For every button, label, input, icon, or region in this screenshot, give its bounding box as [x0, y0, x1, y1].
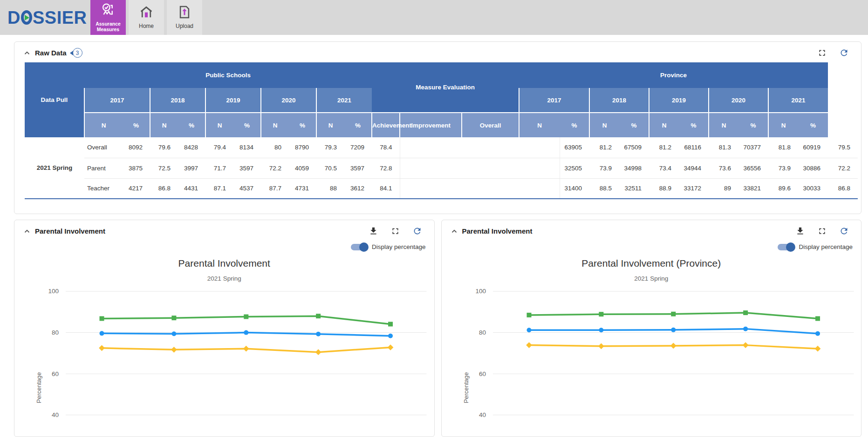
subcol-header-n: N [316, 113, 344, 137]
cell-public_schools-7: 79.3 [316, 137, 344, 158]
data-pull-value: 2021 Spring [25, 137, 84, 199]
nav-tile-label: Assurance Measures [96, 21, 121, 32]
cell-province-6: 70377 [738, 137, 768, 158]
chart-title: Parental Involvement [14, 258, 434, 269]
measure-header-overall: Overall [462, 113, 519, 137]
upload-icon [178, 6, 191, 20]
cell-measure-0 [400, 178, 462, 199]
nav-tile-home[interactable]: Home [129, 0, 164, 35]
chart-panel-public-schools: Parental Involvement Display percentage [14, 220, 435, 437]
cell-public_schools-5: 80 [261, 137, 289, 158]
cell-province-6: 33821 [738, 178, 768, 199]
refresh-icon[interactable] [412, 226, 422, 236]
marker-overall-2017[interactable] [526, 328, 531, 332]
cell-measure-0 [400, 137, 462, 158]
marker-teacher-2019[interactable] [244, 314, 248, 319]
marker-teacher-2021[interactable] [388, 322, 393, 326]
collapse-chevron-icon[interactable] [23, 227, 31, 235]
marker-teacher-2020[interactable] [316, 314, 321, 318]
marker-overall-2019[interactable] [671, 328, 676, 332]
toggle-label: Display percentage [799, 243, 853, 250]
cell-province-4: 68116 [679, 137, 709, 158]
marker-parent-2018[interactable] [171, 347, 177, 353]
marker-parent-2020[interactable] [742, 342, 748, 348]
cell-public_schools-9: 78.4 [372, 137, 400, 158]
marker-parent-2019[interactable] [243, 346, 249, 352]
cell-public_schools-6: 8790 [289, 137, 316, 158]
measure-header-achievement: Achievement [372, 113, 400, 137]
refresh-icon[interactable] [839, 226, 849, 236]
raw-data-table-body: 2021 SpringOverall809279.6842879.4813480… [25, 137, 858, 199]
marker-parent-2018[interactable] [598, 343, 604, 349]
cell-province-2: 34998 [619, 158, 649, 178]
table-row-parent: Parent387572.5399771.7359772.2405970.535… [25, 158, 858, 178]
marker-teacher-2018[interactable] [171, 316, 176, 320]
marker-teacher-2017[interactable] [526, 313, 531, 317]
row-label: Teacher [84, 178, 123, 199]
collapse-chevron-icon[interactable] [23, 49, 31, 57]
collapse-chevron-icon[interactable] [450, 227, 458, 235]
cell-province-8: 30033 [798, 178, 828, 199]
marker-teacher-2019[interactable] [671, 312, 676, 316]
cell-public_schools-1: 72.5 [150, 158, 178, 178]
marker-parent-2017[interactable] [526, 342, 532, 348]
cell-measure-1 [462, 178, 519, 199]
cell-public_schools-1: 79.6 [150, 137, 178, 158]
marker-parent-2020[interactable] [315, 349, 321, 355]
year-header-prov-2021: 2021 [768, 88, 828, 113]
nav-tile-assurance-measures[interactable]: Assurance Measures [90, 0, 126, 35]
marker-overall-2020[interactable] [743, 327, 748, 331]
cell-province-8: 60919 [798, 137, 828, 158]
marker-teacher-2018[interactable] [599, 312, 603, 316]
marker-parent-2019[interactable] [670, 343, 676, 349]
marker-overall-2017[interactable] [100, 331, 104, 336]
subcol-header-n: N [649, 113, 679, 137]
display-percentage-toggle[interactable] [778, 244, 794, 250]
app-logo[interactable]: D SSIER [7, 0, 86, 35]
cell-province-3: 81.2 [649, 137, 679, 158]
marker-overall-2021[interactable] [388, 334, 393, 338]
marker-overall-2019[interactable] [244, 330, 248, 335]
year-header-prov-2020: 2020 [709, 88, 768, 113]
marker-overall-2020[interactable] [316, 332, 321, 336]
display-percentage-toggle[interactable] [351, 244, 368, 250]
marker-overall-2018[interactable] [171, 331, 176, 336]
download-icon[interactable] [795, 226, 805, 236]
nav-tile-upload[interactable]: Upload [167, 0, 202, 35]
chart-panel-header: Parental Involvement [14, 220, 434, 241]
cell-province-7: 81.8 [768, 137, 798, 158]
marker-parent-2021[interactable] [388, 344, 394, 350]
marker-overall-2021[interactable] [815, 331, 820, 336]
cell-province-0: 63905 [560, 137, 589, 158]
marker-teacher-2020[interactable] [743, 310, 748, 315]
year-header-ps-2020: 2020 [261, 88, 316, 113]
y-tick-label: 80 [479, 329, 486, 336]
subcol-header-pct: % [560, 113, 589, 137]
y-axis-label: Percentage [463, 372, 470, 403]
chart-subtitle: 2021 Spring [442, 275, 861, 282]
table-row-teacher: Teacher421786.8443187.1453787.7473188361… [25, 178, 858, 199]
marker-teacher-2017[interactable] [100, 316, 104, 321]
chart-subtitle: 2021 Spring [14, 275, 434, 282]
marker-teacher-2021[interactable] [815, 316, 820, 321]
fullscreen-icon[interactable] [390, 226, 400, 236]
fullscreen-icon[interactable] [817, 226, 827, 236]
cell-public_schools-9: 84.1 [372, 178, 400, 199]
marker-overall-2018[interactable] [599, 328, 603, 332]
cell-public_schools-4: 3597 [233, 158, 261, 178]
y-tick-label: 60 [479, 370, 486, 377]
cell-province-9: 79.5 [828, 137, 858, 158]
cell-measure-2 [519, 137, 560, 158]
download-icon[interactable] [369, 226, 378, 236]
cell-public_schools-3: 87.1 [205, 178, 233, 199]
y-tick-label: 80 [52, 329, 59, 336]
cell-province-6: 36556 [738, 158, 768, 178]
marker-parent-2021[interactable] [814, 346, 820, 352]
cell-public_schools-0: 4217 [123, 178, 150, 199]
refresh-icon[interactable] [839, 48, 849, 58]
cell-province-5: 89 [709, 178, 738, 199]
marker-parent-2017[interactable] [99, 345, 105, 351]
cell-province-0: 32505 [560, 158, 589, 178]
fullscreen-icon[interactable] [817, 48, 827, 58]
year-header-ps-2021: 2021 [316, 88, 372, 113]
